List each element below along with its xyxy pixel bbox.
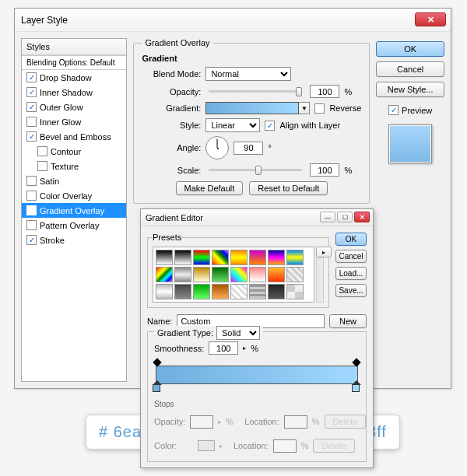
style-satin[interactable]: Satin: [22, 173, 126, 188]
stop-color-label: Color:: [154, 441, 193, 450]
style-gradient-overlay[interactable]: Gradient Overlay: [22, 203, 126, 218]
checkbox-icon[interactable]: [26, 205, 37, 215]
maximize-icon[interactable]: ☐: [337, 212, 353, 222]
angle-label: Angle:: [142, 143, 201, 152]
reset-default-button[interactable]: Reset to Default: [249, 181, 328, 195]
ge-save-button[interactable]: Save...: [335, 284, 367, 297]
checkbox-icon[interactable]: [26, 87, 37, 97]
style-drop-shadow[interactable]: Drop Shadow: [22, 70, 126, 85]
dialog-title: Layer Style: [21, 15, 68, 26]
opacity-stop-right[interactable]: [353, 358, 360, 366]
gradient-row: Gradient: ▼ Reverse: [142, 102, 361, 114]
preset-cell[interactable]: [212, 267, 229, 282]
preset-cell[interactable]: [156, 284, 173, 299]
ok-button[interactable]: OK: [376, 41, 444, 57]
checkbox-icon[interactable]: [26, 235, 37, 245]
angle-input[interactable]: [234, 142, 263, 155]
make-default-button[interactable]: Make Default: [176, 181, 244, 195]
style-bevel-emboss[interactable]: Bevel and Emboss: [22, 129, 126, 144]
reverse-checkbox[interactable]: [314, 103, 325, 114]
style-inner-glow[interactable]: Inner Glow: [22, 114, 126, 129]
type-select[interactable]: Solid: [216, 326, 260, 340]
color-stop-right[interactable]: [352, 384, 361, 394]
preset-cell[interactable]: [174, 267, 191, 282]
style-contour[interactable]: Contour: [22, 144, 126, 159]
ge-ok-button[interactable]: OK: [335, 233, 367, 246]
preset-cell[interactable]: [193, 250, 210, 265]
preset-cell[interactable]: [249, 250, 266, 265]
ge-cancel-button[interactable]: Cancel: [335, 250, 367, 263]
preset-cell[interactable]: [193, 267, 210, 282]
preset-cell[interactable]: [212, 284, 229, 299]
scale-slider[interactable]: [209, 169, 302, 171]
opacity-input[interactable]: [310, 85, 339, 98]
checkbox-icon[interactable]: [26, 117, 37, 127]
stop-color-swatch: [198, 440, 215, 451]
preset-cell[interactable]: [249, 284, 266, 299]
close-icon[interactable]: ✕: [354, 212, 370, 222]
checkbox-icon[interactable]: [26, 191, 37, 201]
style-outer-glow[interactable]: Outer Glow: [22, 100, 126, 114]
chevron-down-icon[interactable]: ▼: [299, 102, 310, 114]
stop-location-input: [284, 415, 307, 429]
preset-cell[interactable]: [286, 284, 304, 299]
preset-cell[interactable]: [268, 250, 285, 265]
blend-mode-select[interactable]: Normal: [205, 67, 291, 81]
checkbox-icon[interactable]: [26, 131, 37, 142]
opacity-slider[interactable]: [209, 90, 302, 93]
scale-label: Scale:: [142, 166, 201, 175]
style-label: Style:: [142, 121, 201, 130]
gradient-type-group: Gradient Type: Solid Smoothness: ▸ % Sto…: [147, 331, 367, 462]
style-texture[interactable]: Texture: [22, 159, 126, 173]
preset-cell[interactable]: [156, 267, 173, 282]
checkbox-icon[interactable]: [37, 161, 47, 171]
blend-mode-label: Blend Mode:: [142, 69, 201, 79]
preset-cell[interactable]: [230, 267, 248, 282]
preset-cell[interactable]: [268, 267, 285, 282]
new-style-button[interactable]: New Style...: [376, 82, 444, 97]
preset-cell[interactable]: [249, 267, 266, 282]
checkbox-icon[interactable]: [37, 146, 47, 156]
preset-cell[interactable]: [193, 284, 210, 299]
minimize-icon[interactable]: —: [320, 212, 335, 222]
styles-header[interactable]: Styles: [22, 39, 126, 55]
checkbox-icon[interactable]: [26, 102, 37, 112]
gradient-bar[interactable]: [156, 366, 358, 384]
cancel-button[interactable]: Cancel: [376, 61, 444, 77]
style-stroke[interactable]: Stroke: [22, 233, 126, 247]
color-stop-left[interactable]: [153, 384, 162, 394]
preset-cell[interactable]: [230, 284, 248, 299]
preset-cell[interactable]: [286, 250, 304, 265]
style-color-overlay[interactable]: Color Overlay: [22, 188, 126, 203]
preset-cell[interactable]: [230, 250, 248, 265]
preset-menu-icon[interactable]: ▸: [316, 247, 332, 257]
gradient-swatch[interactable]: [205, 102, 299, 114]
preset-cell[interactable]: [212, 250, 229, 265]
checkbox-icon[interactable]: [26, 72, 37, 82]
blending-options-header[interactable]: Blending Options: Default: [22, 55, 126, 70]
preset-cell[interactable]: [268, 284, 285, 299]
close-icon[interactable]: ✕: [415, 12, 446, 26]
smooth-input[interactable]: [209, 341, 238, 355]
checkbox-icon[interactable]: [26, 176, 37, 186]
preset-cell[interactable]: [174, 250, 191, 265]
stop-location-label: Location:: [234, 441, 269, 450]
preview-checkbox[interactable]: [388, 105, 399, 115]
preset-cell[interactable]: [174, 284, 191, 299]
style-select[interactable]: Linear: [205, 118, 260, 132]
preset-cell[interactable]: [156, 250, 173, 265]
style-pattern-overlay[interactable]: Pattern Overlay: [22, 218, 126, 233]
ge-load-button[interactable]: Load...: [335, 267, 367, 280]
opacity-stop-left[interactable]: [153, 358, 161, 366]
align-checkbox[interactable]: [265, 121, 275, 131]
style-inner-shadow[interactable]: Inner Shadow: [22, 85, 126, 100]
checkbox-icon[interactable]: [26, 220, 37, 230]
gradient-editor-dialog: Gradient Editor — ☐ ✕ Presets: [140, 208, 374, 468]
titlebar: Layer Style ✕: [15, 9, 451, 32]
angle-dial[interactable]: [205, 136, 229, 159]
new-gradient-button[interactable]: New: [329, 314, 367, 328]
preset-grid[interactable]: [153, 247, 314, 303]
preset-scrollbar[interactable]: [316, 257, 324, 303]
preset-cell[interactable]: [286, 267, 304, 282]
scale-input[interactable]: [310, 163, 339, 177]
